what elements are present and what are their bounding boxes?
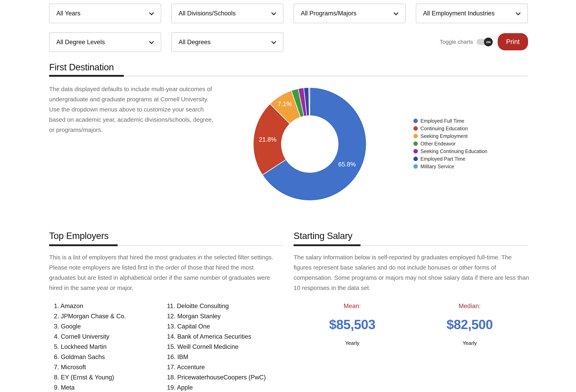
legend-swatch: [413, 149, 418, 153]
median-period: Yearly: [411, 340, 528, 346]
pie-slice-label: 7.1%: [278, 100, 292, 108]
legend-swatch: [413, 134, 418, 138]
print-button[interactable]: Print: [498, 33, 528, 50]
employer-list-item: 11. Deloitte Consulting: [167, 301, 266, 311]
heading-accent-bar: [294, 244, 361, 246]
chevron-down-icon: [149, 10, 154, 15]
first-destination-donut-chart: 65.8%21.8%7.1%: [240, 80, 380, 208]
mean-salary-stat: Mean: $85,503 Yearly: [294, 302, 411, 346]
employer-list-item: 6. Goldman Sachs: [54, 352, 126, 362]
mean-value: $85,503: [294, 317, 411, 332]
employer-list-item: 7. Microsoft: [54, 362, 126, 372]
starting-salary-description: The salary information below is self-rep…: [294, 252, 530, 293]
toggle-charts-switch[interactable]: ON: [477, 39, 490, 45]
filter-degrees-select[interactable]: All Degrees: [171, 32, 283, 52]
employer-list-item: 18. PricewaterhouseCoopers (PwC): [167, 372, 266, 382]
employer-list-item: 12. Morgan Stanley: [167, 311, 266, 321]
median-label: Median:: [411, 302, 528, 310]
legend-label: Military Service: [420, 164, 454, 169]
legend-item[interactable]: Other Endeavor: [413, 140, 487, 148]
top-employers-description: This is a list of employers that hired t…: [49, 252, 279, 293]
mean-period: Yearly: [294, 340, 411, 346]
mean-label: Mean:: [294, 302, 411, 310]
filter-employment-industries-select[interactable]: All Employment Industries: [416, 4, 528, 23]
legend-label: Seeking Continuing Education: [420, 149, 487, 154]
legend-label: Employed Part Time: [420, 156, 465, 162]
employer-list-item: 19. Apple: [167, 382, 266, 392]
legend-item[interactable]: Military Service: [413, 163, 487, 170]
employer-list-item: 3. Google: [54, 321, 126, 332]
legend-swatch: [413, 157, 418, 161]
heading-accent-bar: [49, 244, 118, 246]
chevron-down-icon: [393, 10, 398, 15]
legend-item[interactable]: Continuing Education: [413, 125, 487, 132]
section-title-first-destination: First Destination: [49, 62, 114, 73]
section-title-starting-salary: Starting Salary: [294, 230, 352, 241]
legend-item[interactable]: Seeking Employment: [413, 132, 487, 140]
employer-list-item: 5. Lockheed Martin: [54, 342, 126, 352]
filter-years-select[interactable]: All Years: [49, 4, 161, 23]
legend-label: Other Endeavor: [420, 141, 456, 147]
legend-swatch: [413, 142, 418, 146]
median-salary-stat: Median: $82,500 Yearly: [411, 302, 528, 346]
toggle-charts-label: Toggle charts: [440, 39, 473, 45]
employer-list-item: 13. Capital One: [167, 321, 266, 332]
employer-list-item: 17. Accenture: [167, 362, 266, 372]
toggle-state-label: ON: [486, 40, 491, 44]
filter-divisions-schools-select[interactable]: All Divisions/Schools: [171, 4, 283, 23]
filter-years-value: All Years: [56, 10, 81, 17]
legend-swatch: [413, 126, 418, 131]
outcomes-dashboard-page: { "filters": { "row1": ["All Years", "Al…: [0, 0, 576, 392]
chevron-down-icon: [271, 10, 276, 15]
employer-list-item: 2. JPMorgan Chase & Co.: [54, 311, 126, 321]
filter-degrees-value: All Degrees: [178, 39, 210, 46]
legend-label: Employed Full Time: [420, 118, 464, 124]
filter-programs-majors-value: All Programs/Majors: [301, 10, 356, 17]
median-value: $82,500: [411, 317, 528, 332]
filter-employment-industries-value: All Employment Industries: [423, 10, 494, 17]
filter-degree-levels-value: All Degree Levels: [56, 39, 105, 46]
chevron-down-icon: [149, 39, 154, 44]
pie-slice-7[interactable]: [309, 88, 310, 116]
heading-accent-bar: [49, 75, 124, 77]
employers-col-2: 11. Deloitte Consulting12. Morgan Stanle…: [167, 301, 266, 392]
legend-swatch: [413, 119, 418, 123]
toggle-knob: ON: [484, 37, 493, 46]
employer-list-item: 16. IBM: [167, 352, 266, 362]
pie-slice-label: 21.8%: [259, 136, 276, 143]
employer-list-item: 4. Cornell University: [54, 332, 126, 342]
toggle-charts-control: Toggle charts ON: [440, 36, 490, 48]
chart-legend: Employed Full TimeContinuing EducationSe…: [413, 117, 487, 170]
pie-slice-label: 65.8%: [338, 161, 356, 168]
employer-list-item: 15. Weill Cornell Medicine: [167, 342, 266, 352]
first-destination-description: The data displayed defaults to include m…: [49, 84, 214, 135]
chevron-down-icon: [271, 39, 276, 44]
legend-label: Continuing Education: [420, 126, 468, 131]
employer-list-item: 14. Bank of America Securities: [167, 332, 266, 342]
section-title-top-employers: Top Employers: [49, 230, 109, 241]
legend-label: Seeking Employment: [420, 133, 467, 139]
filter-programs-majors-select[interactable]: All Programs/Majors: [294, 4, 406, 23]
legend-item[interactable]: Seeking Continuing Education: [413, 148, 487, 155]
employers-col-1: 1. Amazon2. JPMorgan Chase & Co.3. Googl…: [54, 301, 126, 392]
employer-list-item: 1. Amazon: [54, 301, 126, 311]
employer-list-item: 9. Meta: [54, 382, 126, 392]
employer-list-item: 8. EY (Ernst & Young): [54, 372, 126, 382]
filter-degree-levels-select[interactable]: All Degree Levels: [49, 32, 161, 52]
filter-divisions-schools-value: All Divisions/Schools: [178, 10, 236, 17]
legend-swatch: [413, 164, 418, 169]
legend-item[interactable]: Employed Part Time: [413, 155, 487, 163]
chevron-down-icon: [516, 10, 520, 15]
legend-item[interactable]: Employed Full Time: [413, 117, 487, 125]
